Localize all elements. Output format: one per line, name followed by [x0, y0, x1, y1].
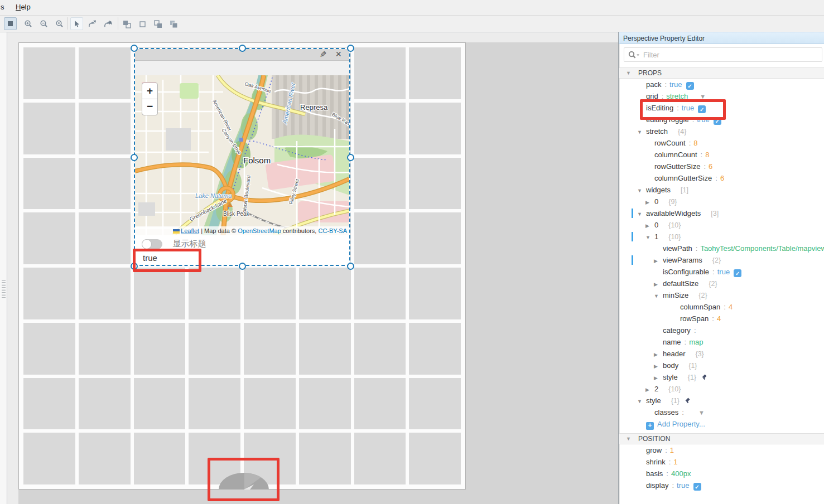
edit-widget-icon[interactable]: ✎ [320, 50, 327, 60]
property-row[interactable]: +name:map▼ [619, 336, 824, 348]
property-value[interactable]: 400px [671, 469, 691, 478]
property-row[interactable]: +viewParams{2}▼ [619, 254, 824, 266]
property-value[interactable]: true [717, 268, 730, 276]
property-row[interactable]: +style{1}▼ [619, 371, 824, 383]
property-row[interactable]: +category:▼ [619, 324, 824, 336]
section-header-props[interactable]: ▼ PROPS [619, 67, 824, 79]
property-value[interactable]: 1 [670, 446, 674, 454]
section-caret-icon[interactable]: ▼ [626, 68, 631, 79]
property-value[interactable]: true [669, 80, 682, 89]
property-row[interactable]: +style{1}▼ [619, 395, 824, 406]
menu-item-partial[interactable]: s [1, 3, 4, 11]
dropdown-caret-icon[interactable]: ▼ [698, 409, 705, 416]
osm-link[interactable]: OpenStreetMap [238, 227, 281, 234]
map-zoom-out-button[interactable]: − [142, 99, 157, 115]
menu-item-help[interactable]: Help [16, 3, 31, 11]
property-value[interactable]: 8 [705, 151, 709, 159]
property-row[interactable]: +1{10}▼ [619, 231, 824, 243]
cursor-tool-button[interactable] [70, 17, 83, 30]
property-value[interactable]: map [689, 338, 703, 346]
property-value[interactable]: true [677, 481, 689, 490]
leaflet-map[interactable]: Oak Avenue American River Canyon Drive G… [135, 75, 349, 235]
property-row[interactable]: +isConfigurable:true▼ [619, 266, 824, 278]
stop-button[interactable] [4, 17, 17, 30]
selection-handle-se[interactable] [347, 263, 354, 270]
expand-caret-icon[interactable] [645, 232, 654, 243]
property-row[interactable]: +0{9}▼ [619, 196, 824, 207]
expand-caret-icon[interactable] [637, 396, 646, 406]
property-row[interactable]: +pack:true▼ [619, 79, 824, 90]
close-widget-icon[interactable]: × [335, 49, 341, 60]
expand-caret-icon[interactable] [654, 279, 663, 289]
selection-only-button[interactable] [136, 17, 149, 30]
property-row[interactable]: grow:1 [619, 444, 824, 456]
expand-caret-icon[interactable] [654, 255, 663, 266]
property-row[interactable]: +columnSpan:4▼ [619, 301, 824, 313]
bring-forward-button[interactable] [152, 17, 165, 30]
property-row[interactable]: +rowGutterSize:6▼ [619, 161, 824, 172]
property-row[interactable]: display:true [619, 479, 824, 491]
property-row[interactable]: +rowCount:8▼ [619, 137, 824, 149]
selection-handle-nw[interactable] [131, 45, 138, 52]
edit-path-tool-button[interactable] [86, 17, 99, 30]
property-value[interactable]: 8 [693, 139, 697, 147]
show-title-toggle[interactable] [142, 239, 162, 249]
property-row[interactable]: +columnCount:8▼ [619, 149, 824, 161]
bring-to-front-button[interactable] [167, 17, 180, 30]
property-row[interactable]: +2{10}▼ [619, 383, 824, 395]
property-row[interactable]: +stretch{4}▼ [619, 125, 824, 137]
property-row[interactable]: +body{1}▼ [619, 360, 824, 371]
zoom-reset-button[interactable] [53, 17, 66, 30]
selection-handle-e[interactable] [347, 154, 354, 161]
expand-caret-icon[interactable] [637, 185, 646, 196]
expand-caret-icon[interactable] [654, 349, 663, 360]
property-row[interactable]: shrink:1 [619, 456, 824, 468]
property-row[interactable]: +header{3}▼ [619, 348, 824, 360]
property-value[interactable]: 1 [673, 458, 677, 466]
property-row[interactable]: +viewPath:TaohyTest/Components/Table/map… [619, 243, 824, 254]
property-row[interactable]: +rowSpan:4▼ [619, 313, 824, 324]
selection-handle-n[interactable] [239, 45, 246, 52]
section-caret-icon[interactable]: ▼ [626, 434, 631, 444]
section-header-position[interactable]: ▼ POSITION [619, 433, 824, 444]
expand-caret-icon[interactable] [645, 197, 654, 207]
property-row[interactable]: +defaultSize{2}▼ [619, 278, 824, 289]
search-icon[interactable] [628, 51, 642, 59]
property-value[interactable]: 4 [729, 303, 733, 311]
expand-caret-icon[interactable] [637, 209, 646, 219]
expand-caret-icon[interactable] [654, 372, 663, 383]
map-zoom-in-button[interactable]: + [142, 83, 157, 99]
select-path-tool-button[interactable] [102, 17, 114, 30]
license-link[interactable]: CC-BY-SA [318, 227, 347, 234]
value-checkbox[interactable] [693, 483, 701, 491]
property-row[interactable]: +0{10}▼ [619, 219, 824, 231]
selection-handle-w[interactable] [131, 154, 138, 161]
property-row[interactable]: +columnGutterSize:6▼ [619, 172, 824, 184]
property-value[interactable]: 6 [709, 162, 712, 171]
expand-caret-icon[interactable] [654, 361, 663, 371]
zoom-in-button[interactable] [22, 17, 35, 30]
send-backward-button[interactable] [121, 17, 133, 30]
property-row[interactable]: +widgets[1]▼ [619, 184, 824, 196]
value-checkbox[interactable] [734, 269, 741, 277]
expand-caret-icon[interactable] [645, 384, 654, 395]
property-value[interactable]: 4 [717, 314, 721, 323]
map-widget[interactable]: ✎ × [134, 48, 350, 266]
property-row[interactable]: basis:400px [619, 468, 824, 479]
property-row[interactable]: +minSize{2}▼ [619, 289, 824, 301]
leaflet-link[interactable]: Leaflet [181, 227, 199, 234]
property-value[interactable]: 6 [720, 174, 724, 182]
property-value[interactable]: TaohyTest/Components/Table/mapview [700, 244, 824, 253]
property-row[interactable]: +availableWidgets[3]▼ [619, 207, 824, 219]
zoom-out-button[interactable] [37, 17, 50, 30]
selection-handle-s[interactable] [239, 263, 246, 270]
expand-caret-icon[interactable] [645, 220, 654, 231]
expand-caret-icon[interactable] [654, 290, 663, 301]
expand-caret-icon[interactable] [637, 127, 646, 137]
property-row[interactable]: +classes:▼ [619, 406, 824, 418]
property-row[interactable]: +Add Property...▼ [619, 418, 824, 430]
selection-handle-ne[interactable] [347, 45, 354, 52]
dock-gripper-icon[interactable] [2, 280, 6, 298]
value-checkbox[interactable] [686, 82, 694, 90]
filter-input[interactable] [624, 47, 822, 62]
